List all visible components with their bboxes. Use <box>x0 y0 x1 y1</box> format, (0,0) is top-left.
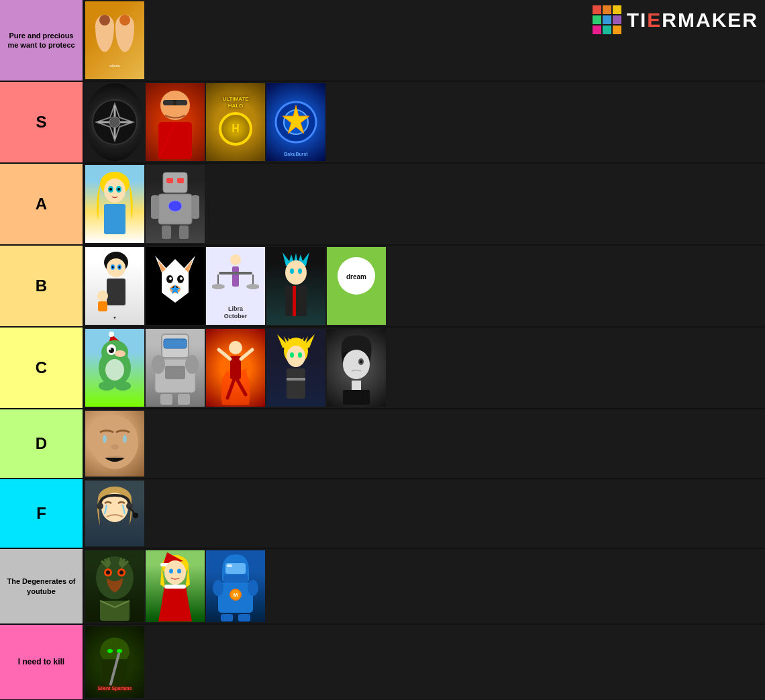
tier-row-a: A <box>0 164 765 246</box>
svg-rect-31 <box>191 195 199 219</box>
tier-item-a1 <box>85 165 144 243</box>
svg-point-72 <box>115 350 125 357</box>
svg-point-19 <box>104 179 125 203</box>
svg-rect-94 <box>287 368 305 399</box>
tier-item-s1 <box>85 83 144 161</box>
item-dg1-inner <box>85 550 144 622</box>
item-image: aliens <box>85 1 144 79</box>
a-label-text: A <box>36 195 47 213</box>
svg-point-75 <box>115 381 131 391</box>
svg-point-46 <box>169 277 172 280</box>
svg-point-39 <box>119 266 121 268</box>
item-c2-inner <box>146 329 205 407</box>
tier-item-b3: LibraOctober <box>206 247 265 325</box>
svg-line-111 <box>130 507 135 514</box>
tier-item-b5: dream <box>327 247 386 325</box>
tier-label-c: C <box>0 328 84 408</box>
logo-cell <box>613 15 621 24</box>
tier-item: aliens <box>85 1 144 79</box>
svg-point-104 <box>111 444 119 450</box>
tier-item-b4 <box>266 247 325 325</box>
tier-item-c2 <box>146 329 205 407</box>
logo-container: TiERMAKER <box>593 5 758 34</box>
d-label-text: D <box>36 434 47 453</box>
item-b1-inner: ✦ <box>85 247 144 325</box>
svg-point-29 <box>168 201 182 211</box>
item-b3-inner: LibraOctober <box>206 247 265 325</box>
item-b4-inner <box>266 247 325 325</box>
xmas-svg <box>148 551 202 621</box>
item-c1-inner <box>85 329 144 407</box>
svg-rect-81 <box>165 366 185 379</box>
logo-cell <box>603 15 611 24</box>
tier-item-c3 <box>206 329 265 407</box>
tier-content-a <box>84 164 765 244</box>
tier-row-d: D <box>0 409 765 479</box>
tier-item-d1 <box>85 411 144 477</box>
kill-char-text: Silent Spartans <box>98 686 132 691</box>
svg-rect-124 <box>164 585 186 589</box>
tier-item-s4: BakuBurst <box>266 83 325 161</box>
svg-rect-12 <box>176 100 187 105</box>
teal-char-svg <box>269 249 323 323</box>
item-f1-inner <box>85 481 144 546</box>
item-b2-inner <box>146 247 205 325</box>
tier-content-kill: Silent Spartans <box>84 625 765 699</box>
monster-svg <box>88 551 142 621</box>
tier-row-s: S <box>0 82 765 164</box>
logo-cell <box>593 26 601 34</box>
tier-label-a: A <box>0 164 84 244</box>
f-label-text: F <box>36 504 46 523</box>
svg-point-116 <box>106 570 110 574</box>
kill-label-text: I need to kill <box>15 654 67 670</box>
svg-point-93 <box>298 352 302 358</box>
svg-rect-27 <box>177 178 184 183</box>
svg-point-112 <box>133 513 138 518</box>
anime-blonde-svg <box>88 167 142 241</box>
svg-rect-118 <box>100 601 130 621</box>
svg-rect-11 <box>163 100 174 105</box>
logo-cell <box>593 5 601 14</box>
dark-anime-svg: ✦ <box>88 249 142 323</box>
svg-rect-24 <box>104 204 125 234</box>
ff-char-svg <box>269 331 323 405</box>
svg-rect-127 <box>223 574 248 584</box>
s-label-text: S <box>36 113 46 132</box>
top-label-text: Pure and precious me want to protecc <box>4 28 79 53</box>
tier-label-degen: The Degenerates of youtube <box>0 549 84 623</box>
svg-point-57 <box>285 260 307 285</box>
svg-rect-33 <box>179 226 189 239</box>
blue-armor-svg: M <box>209 551 262 621</box>
item-dg2-inner <box>146 550 205 622</box>
svg-point-74 <box>99 381 115 391</box>
svg-point-92 <box>290 352 294 358</box>
svg-rect-82 <box>160 394 172 405</box>
tier-row-kill: I need to kill <box>0 625 765 700</box>
svg-rect-100 <box>343 390 370 405</box>
tier-content-s: ULTIMATEHALO H BakuBurst <box>84 82 765 162</box>
tier-item-c4 <box>266 329 325 407</box>
item-s3-inner: ULTIMATEHALO H <box>206 83 265 161</box>
svg-text:BakuBurst: BakuBurst <box>284 152 308 156</box>
svg-line-87 <box>241 350 252 359</box>
svg-rect-99 <box>352 381 361 390</box>
svg-point-113 <box>96 556 134 599</box>
dream-svg: dream <box>329 249 383 323</box>
logo-cell <box>603 5 611 14</box>
item-c4-inner <box>266 329 325 407</box>
tier-item-s3: ULTIMATEHALO H <box>206 83 265 161</box>
logo-text: TiERMAKER <box>627 9 758 32</box>
item-s2-inner <box>146 83 205 161</box>
degen-label-text: The Degenerates of youtube <box>4 574 79 599</box>
tier-item-dg2 <box>146 550 205 622</box>
svg-text:✦: ✦ <box>113 315 117 320</box>
item-dg3-inner: M <box>206 550 265 622</box>
svg-text:aliens: aliens <box>109 64 120 68</box>
tier-item-b1: ✦ <box>85 247 144 325</box>
svg-rect-83 <box>178 394 190 405</box>
cry-guy-svg <box>88 482 142 546</box>
svg-point-56 <box>246 284 259 289</box>
svg-point-3 <box>119 15 130 26</box>
tier-item-b2 <box>146 247 205 325</box>
svg-point-66 <box>109 332 114 337</box>
